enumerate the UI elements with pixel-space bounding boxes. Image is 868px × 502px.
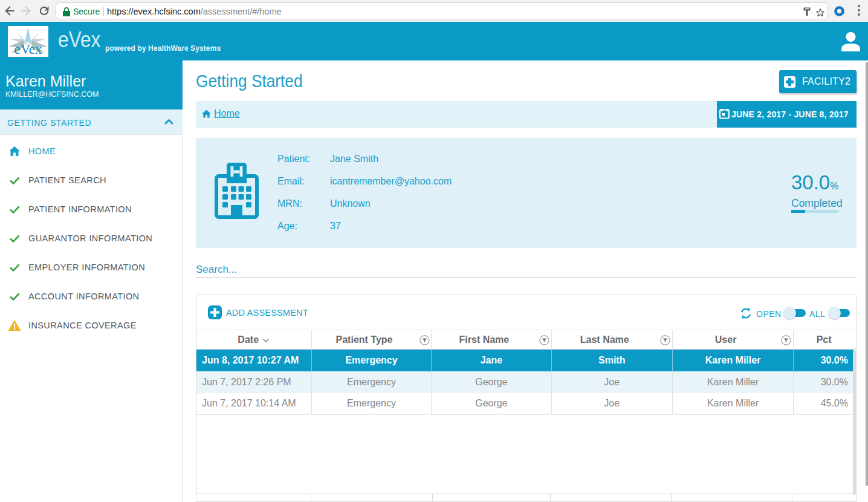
svg-text:eVex: eVex [15,42,42,57]
